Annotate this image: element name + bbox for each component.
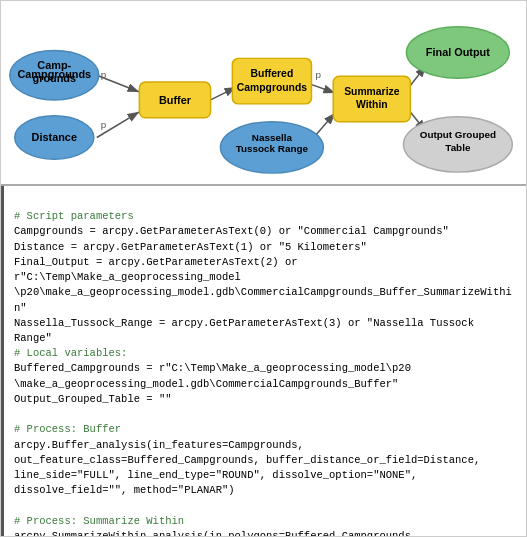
comment-process-buffer: # Process: Buffer	[14, 423, 121, 435]
node-campgrounds: Campgrounds Camp- grounds	[10, 50, 99, 99]
code-buffer-analysis: arcpy.Buffer_analysis(in_features=Campgr…	[14, 439, 480, 497]
edge-label-p1: p	[101, 69, 107, 80]
node-distance-text: Distance	[32, 131, 77, 143]
node-final-output: Final Output	[406, 27, 509, 78]
code-output-grouped-table: Output_Grouped_Table = ""	[14, 393, 172, 405]
node-summarize-within-text2: Within	[356, 99, 388, 110]
comment-local-vars: # Local variables:	[14, 347, 127, 359]
edge-label-p3: p	[315, 69, 321, 80]
comment-script-params: # Script parameters	[14, 210, 134, 222]
code-final-output: Final_Output = arcpy.GetParameterAsText(…	[14, 256, 512, 314]
node-buffer: Buffer	[139, 82, 210, 118]
node-output-grouped-table: Output Grouped Table	[403, 117, 512, 172]
node-nassella-text1: Nassella	[252, 132, 293, 143]
node-final-output-text: Final Output	[426, 46, 490, 58]
diagram-svg: p p p p p Campgrounds Camp- grounds Dist…	[1, 1, 526, 184]
diagram-area: p p p p p Campgrounds Camp- grounds Dist…	[1, 1, 526, 186]
code-nassella: Nassella_Tussock_Range = arcpy.GetParame…	[14, 317, 480, 344]
node-summarize-within: Summarize Within	[333, 76, 410, 122]
code-summarize-within: arcpy.SummarizeWithin_analysis(in_polygo…	[14, 530, 474, 536]
node-buffered-campgrounds-text1: Buffered	[251, 68, 294, 79]
code-campgrounds: Campgrounds = arcpy.GetParameterAsText(0…	[14, 225, 449, 237]
node-output-grouped-table-text2: Table	[445, 142, 471, 153]
code-area: # Script parameters Campgrounds = arcpy.…	[1, 186, 526, 536]
edge-label-p2: p	[101, 119, 107, 130]
node-campgrounds-text2: grounds	[33, 72, 77, 84]
node-output-grouped-table-text1: Output Grouped	[420, 129, 496, 140]
node-campgrounds-text: Camp-	[37, 59, 71, 71]
node-distance: Distance	[15, 116, 94, 160]
node-nassella-text2: Tussock Range	[236, 143, 309, 154]
comment-process-summarize: # Process: Summarize Within	[14, 515, 184, 527]
node-summarize-within-text1: Summarize	[344, 86, 400, 97]
node-buffered-campgrounds: Buffered Campgrounds	[232, 58, 311, 104]
main-container: p p p p p Campgrounds Camp- grounds Dist…	[0, 0, 527, 537]
code-distance: Distance = arcpy.GetParameterAsText(1) o…	[14, 241, 367, 253]
node-nassella: Nassella Tussock Range	[220, 122, 323, 173]
code-buffered-campgrounds: Buffered_Campgrounds = r"C:\Temp\Make_a_…	[14, 362, 411, 389]
node-buffered-campgrounds-text2: Campgrounds	[237, 82, 308, 93]
node-buffer-text: Buffer	[159, 94, 192, 106]
